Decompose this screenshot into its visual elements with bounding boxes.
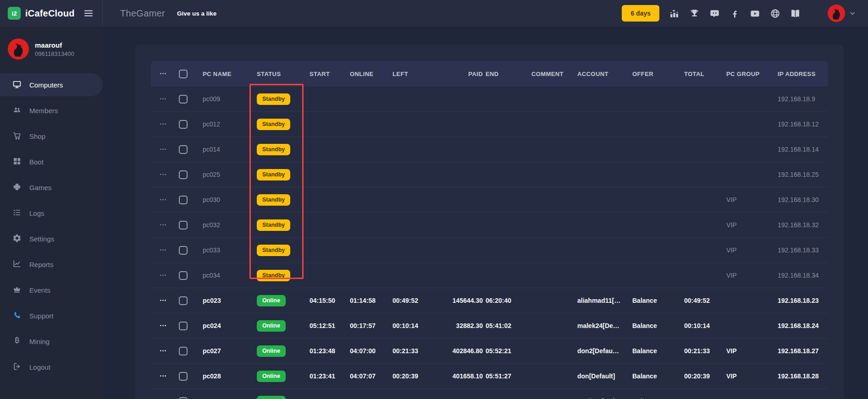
- cell-group: VIP: [726, 196, 778, 203]
- cell-online: 01:14:58: [350, 297, 393, 304]
- sidebar-item-mining[interactable]: Mining: [0, 330, 103, 353]
- row-menu-dots[interactable]: •••: [151, 323, 176, 328]
- sidebar-item-logout[interactable]: Logout: [0, 355, 103, 378]
- cell-group: VIP: [726, 272, 778, 279]
- icafecloud-logo-icon: i2: [7, 6, 21, 20]
- row-menu-dots[interactable]: •••: [151, 172, 176, 177]
- cell-ip: 192.168.18.28: [778, 372, 828, 380]
- hamburger-icon[interactable]: [83, 8, 94, 19]
- sidebar-item-computers[interactable]: Computers: [0, 73, 103, 96]
- cell-status: Online: [257, 396, 310, 399]
- phone-icon: [12, 311, 22, 321]
- table-menu-dots[interactable]: •••: [151, 71, 176, 76]
- cell-start: 01:23:41: [310, 372, 350, 380]
- sidebar-item-reports[interactable]: Reports: [0, 253, 103, 276]
- row-menu-dots[interactable]: •••: [151, 147, 176, 152]
- trophy-icon[interactable]: [689, 8, 700, 19]
- sidebar-item-shop[interactable]: Shop: [0, 125, 103, 148]
- table-row: •••pc009Standby192.168.18.9: [151, 87, 828, 111]
- book-icon[interactable]: [790, 8, 801, 19]
- sidebar-item-events[interactable]: Events: [0, 279, 103, 301]
- row-menu-dots[interactable]: •••: [151, 97, 176, 101]
- days-remaining-button[interactable]: 6 days: [622, 5, 659, 22]
- select-all-checkbox[interactable]: [179, 70, 188, 78]
- row-menu-dots[interactable]: •••: [151, 273, 176, 278]
- cell-name: pc032: [203, 221, 257, 229]
- sidebar-item-label: Logs: [29, 209, 44, 217]
- row-checkbox[interactable]: [179, 397, 188, 399]
- row-checkbox[interactable]: [179, 120, 188, 129]
- row-checkbox-cell: [176, 397, 203, 399]
- row-menu-dots[interactable]: •••: [151, 248, 176, 252]
- sidebar-item-label: Boot: [29, 158, 44, 166]
- col-header-end: END: [486, 71, 531, 77]
- cell-left: 00:10:14: [393, 322, 447, 329]
- sidebar-item-label: Games: [29, 184, 51, 191]
- crown-icon: [12, 285, 22, 295]
- row-checkbox[interactable]: [179, 246, 188, 255]
- row-checkbox[interactable]: [179, 95, 188, 104]
- cell-end: 05:52:21: [486, 347, 531, 355]
- sidebar-item-support[interactable]: Support: [0, 304, 103, 327]
- give-us-a-like-link[interactable]: Give us a like: [177, 10, 216, 17]
- row-menu-dots[interactable]: •••: [151, 223, 176, 227]
- cell-group: VIP: [726, 372, 778, 380]
- cell-offer: Balance: [632, 347, 684, 355]
- status-badge: Online: [257, 371, 286, 382]
- facebook-icon[interactable]: [730, 8, 740, 19]
- row-checkbox-cell: [176, 221, 203, 230]
- cell-account: aliahmad11[…: [577, 297, 632, 304]
- sidebar-item-games[interactable]: Games: [0, 176, 103, 199]
- row-menu-dots[interactable]: •••: [151, 298, 176, 303]
- cell-total: 00:21:33: [684, 347, 726, 355]
- row-checkbox[interactable]: [179, 372, 188, 381]
- sidebar-item-settings[interactable]: Settings: [0, 227, 103, 250]
- cell-name: pc023: [203, 297, 257, 304]
- row-menu-dots[interactable]: •••: [151, 374, 176, 378]
- leaderboard-icon[interactable]: [669, 8, 680, 19]
- profile-menu[interactable]: [828, 5, 856, 22]
- row-checkbox-cell: [176, 246, 203, 255]
- windows-icon: [12, 157, 22, 167]
- row-checkbox[interactable]: [179, 271, 188, 280]
- sidebar-item-label: Members: [29, 107, 58, 115]
- cell-name: pc028: [203, 372, 257, 380]
- cell-name: pc034: [203, 272, 257, 279]
- dragon-avatar: [8, 38, 29, 60]
- globe-icon[interactable]: [770, 8, 780, 19]
- row-checkbox-cell: [176, 322, 203, 330]
- cell-left: 00:49:52: [393, 297, 447, 304]
- col-header-comment: COMMENT: [531, 71, 577, 77]
- sidebar-item-label: Shop: [29, 132, 45, 140]
- cell-ip: 192.168.18.32: [778, 221, 828, 229]
- col-header-account: ACCOUNT: [577, 71, 632, 77]
- status-badge: Standby: [257, 219, 290, 231]
- cell-start: 01:23:48: [310, 347, 350, 355]
- row-checkbox[interactable]: [179, 347, 188, 355]
- table-row: •••pc025Standby192.168.18.25: [151, 162, 828, 187]
- row-menu-dots[interactable]: •••: [151, 122, 176, 126]
- cell-paid: 402846.80: [447, 347, 486, 355]
- discord-icon[interactable]: [709, 8, 720, 19]
- sidebar-item-boot[interactable]: Boot: [0, 150, 103, 173]
- row-checkbox[interactable]: [179, 322, 188, 330]
- sidebar-item-members[interactable]: Members: [0, 99, 103, 122]
- cell-status: Standby: [257, 270, 310, 281]
- cell-online: 00:17:57: [350, 322, 393, 329]
- row-checkbox[interactable]: [179, 221, 188, 230]
- cell-name: pc009: [203, 95, 257, 103]
- youtube-icon[interactable]: [750, 8, 760, 19]
- row-checkbox[interactable]: [179, 145, 188, 154]
- row-checkbox[interactable]: [179, 196, 188, 204]
- row-checkbox[interactable]: [179, 170, 188, 179]
- row-menu-dots[interactable]: •••: [151, 349, 176, 353]
- col-header-offer: OFFER: [632, 71, 684, 77]
- row-checkbox[interactable]: [179, 296, 188, 305]
- sidebar: maarouf 096118313400 ComputersMembersSho…: [0, 27, 103, 399]
- status-badge: Standby: [257, 270, 290, 281]
- table-row: •••pc012Standby192.168.18.12: [151, 111, 828, 137]
- sidebar-item-logs[interactable]: Logs: [0, 202, 103, 224]
- cell-offer: Balance: [632, 297, 684, 304]
- cell-left: 00:20:39: [393, 372, 447, 380]
- row-menu-dots[interactable]: •••: [151, 197, 176, 202]
